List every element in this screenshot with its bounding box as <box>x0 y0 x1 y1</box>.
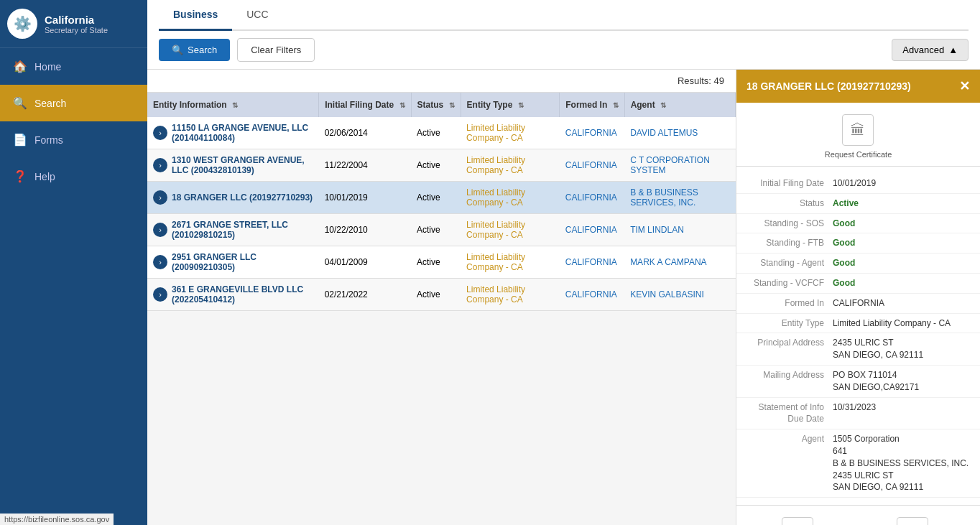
formed-in-cell: CALIFORNIA <box>560 279 624 311</box>
tab-ucc[interactable]: UCC <box>232 0 282 31</box>
entity-name[interactable]: 11150 LA GRANGE AVENUE, LLC (20140411008… <box>172 123 313 143</box>
table-row[interactable]: › 361 E GRANGEVILLE BLVD LLC (2022054104… <box>147 279 736 311</box>
advanced-button[interactable]: Advanced ▲ <box>892 39 969 61</box>
request-access-button[interactable]: 👥 Request Access <box>884 517 940 525</box>
detail-field-value: Good <box>833 218 970 230</box>
detail-field-row: Principal Address2435 ULRIC ST SAN DIEGO… <box>736 333 980 366</box>
detail-field-row: Statement of Info Due Date10/31/2023 <box>736 398 980 430</box>
detail-field-label: Entity Type <box>746 317 833 330</box>
detail-field-value: Good <box>833 257 970 269</box>
app-subtitle: Secretary of State <box>45 26 108 34</box>
sidebar-header: ⚙️ California Secretary of State <box>0 0 147 48</box>
table-row[interactable]: › 2671 GRANGE STREET, LLC (201029810215)… <box>147 214 736 246</box>
entity-cell: › 2951 GRANGER LLC (200909210305) <box>147 246 319 279</box>
detail-actions: 🏛 Request Certificate <box>736 103 980 167</box>
row-expand-arrow[interactable]: › <box>153 158 167 172</box>
request-certificate-button[interactable]: 🏛 Request Certificate <box>825 114 892 159</box>
agent-cell: TIM LINDLAN <box>624 214 735 246</box>
detail-field-label: Standing - Agent <box>746 257 833 269</box>
row-expand-arrow[interactable]: › <box>153 126 167 140</box>
search-icon: 🔍 <box>13 96 27 110</box>
detail-field-label: Formed In <box>746 297 833 310</box>
agent-cell: DAVID ALTEMUS <box>624 117 735 149</box>
filing-date-cell: 11/22/2004 <box>319 149 411 182</box>
sort-icon[interactable]: ⇅ <box>399 101 405 109</box>
main-content: Business UCC 🔍 Search Clear Filters Adva… <box>147 0 980 525</box>
detail-title: 18 GRANGER LLC (201927710293) <box>746 80 911 92</box>
formed-in-cell: CALIFORNIA <box>560 246 624 279</box>
detail-field-label: Status <box>746 198 833 210</box>
status-cell: Active <box>411 246 461 279</box>
row-expand-arrow[interactable]: › <box>153 287 167 302</box>
entity-name[interactable]: 361 E GRANGEVILLE BLVD LLC (202205410412… <box>172 284 313 305</box>
detail-fields: Initial Filing Date10/01/2019StatusActiv… <box>736 167 980 505</box>
app-name: California <box>45 14 108 26</box>
search-btn-icon: 🔍 <box>172 45 183 55</box>
entity-type-cell: Limited Liability Company - CA <box>461 214 560 246</box>
search-button[interactable]: 🔍 Search <box>159 39 230 61</box>
filing-date-cell: 02/21/2022 <box>319 279 411 311</box>
detail-field-value: Limited Liability Company - CA <box>833 317 970 330</box>
entity-name[interactable]: 2951 GRANGER LLC (200909210305) <box>172 252 313 272</box>
sort-icon[interactable]: ⇅ <box>518 101 524 109</box>
detail-field-value: 10/01/2019 <box>833 177 970 190</box>
certificate-icon: 🏛 <box>842 114 874 146</box>
sidebar-item-home[interactable]: 🏠 Home <box>0 48 147 85</box>
detail-close-button[interactable]: ✕ <box>959 78 970 94</box>
formed-in-cell: CALIFORNIA <box>560 149 624 182</box>
detail-field-value: Active <box>833 198 970 210</box>
clear-filters-button[interactable]: Clear Filters <box>237 38 315 62</box>
sort-icon[interactable]: ⇅ <box>613 101 619 109</box>
row-expand-arrow[interactable]: › <box>153 255 167 269</box>
detail-field-row: Initial Filing Date10/01/2019 <box>736 174 980 194</box>
detail-field-row: Standing - VCFCFGood <box>736 274 980 294</box>
detail-field-row: Agent1505 Corporation 641 B & B BUSINESS… <box>736 429 980 498</box>
status-cell: Active <box>411 214 461 246</box>
entity-cell: › 11150 LA GRANGE AVENUE, LLC (201404110… <box>147 117 319 149</box>
detail-header: 18 GRANGER LLC (201927710293) ✕ <box>736 70 980 103</box>
detail-field-row: Standing - SOSGood <box>736 214 980 234</box>
formed-in-cell: CALIFORNIA <box>560 214 624 246</box>
table-row[interactable]: › 1310 WEST GRANGER AVENUE, LLC (2004328… <box>147 149 736 182</box>
table-row[interactable]: › 11150 LA GRANGE AVENUE, LLC (201404110… <box>147 117 736 149</box>
table-row[interactable]: › 2951 GRANGER LLC (200909210305) 04/01/… <box>147 246 736 279</box>
row-expand-arrow[interactable]: › <box>153 190 167 205</box>
entity-cell: › 18 GRANGER LLC (201927710293) <box>147 182 319 214</box>
url-bar: https://bizfileonline.sos.ca.gov <box>0 514 114 525</box>
sidebar-item-help-label: Help <box>34 171 55 182</box>
forms-icon: 📄 <box>13 133 27 147</box>
sidebar-item-forms[interactable]: 📄 Forms <box>0 121 147 158</box>
detail-field-label: Standing - VCFCF <box>746 277 833 289</box>
entity-type-cell: Limited Liability Company - CA <box>461 279 560 311</box>
tab-business[interactable]: Business <box>159 0 232 31</box>
detail-field-value: 10/31/2023 <box>833 401 970 426</box>
sidebar-item-help[interactable]: ❓ Help <box>0 158 147 195</box>
table-row[interactable]: › 18 GRANGER LLC (201927710293) 10/01/20… <box>147 182 736 214</box>
status-cell: Active <box>411 117 461 149</box>
col-formed-in: Formed In ⇅ <box>560 93 624 117</box>
tab-bar: Business UCC <box>159 0 969 31</box>
sidebar-item-search[interactable]: 🔍 Search <box>0 85 147 121</box>
row-expand-arrow[interactable]: › <box>153 223 167 237</box>
sort-icon[interactable]: ⇅ <box>660 101 666 109</box>
detail-field-value: Good <box>833 277 970 289</box>
status-cell: Active <box>411 149 461 182</box>
detail-bottom-actions: 🕐 View History 👥 Request Access <box>736 505 980 525</box>
sort-icon[interactable]: ⇅ <box>449 101 455 109</box>
entity-name[interactable]: 2671 GRANGE STREET, LLC (201029810215) <box>172 220 313 240</box>
view-history-button[interactable]: 🕐 View History <box>776 517 820 525</box>
sort-icon[interactable]: ⇅ <box>232 101 238 109</box>
help-icon: ❓ <box>13 169 27 183</box>
formed-in-cell: CALIFORNIA <box>560 117 624 149</box>
history-icon: 🕐 <box>782 517 813 525</box>
filing-date-cell: 10/22/2010 <box>319 214 411 246</box>
entity-name[interactable]: 1310 WEST GRANGER AVENUE, LLC (200432810… <box>172 155 313 175</box>
entity-name[interactable]: 18 GRANGER LLC (201927710293) <box>172 192 313 203</box>
filing-date-cell: 10/01/2019 <box>319 182 411 214</box>
access-icon: 👥 <box>897 517 928 525</box>
agent-cell: C T CORPORATION SYSTEM <box>624 149 735 182</box>
detail-field-row: Standing - AgentGood <box>736 254 980 274</box>
detail-field-label: Principal Address <box>746 337 833 361</box>
sidebar-item-home-label: Home <box>34 61 61 73</box>
entity-type-cell: Limited Liability Company - CA <box>461 246 560 279</box>
